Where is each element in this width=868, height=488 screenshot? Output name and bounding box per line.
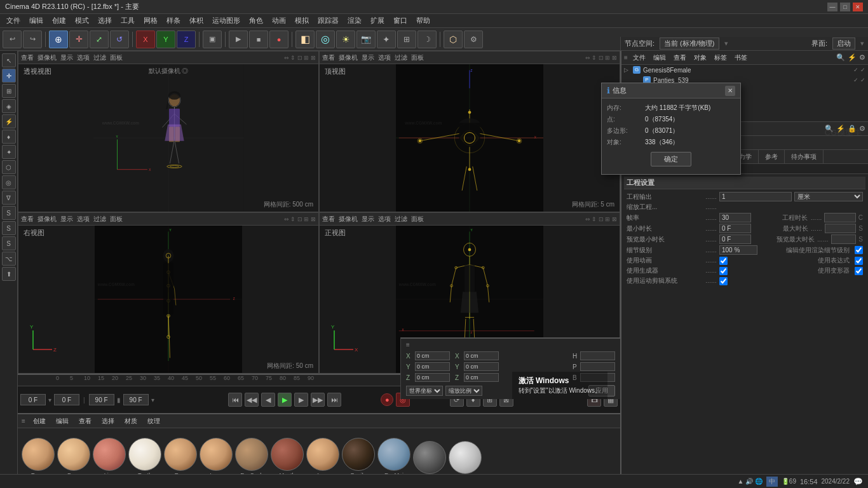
rot-y2-input[interactable] [464, 362, 499, 371]
vp-filter-2[interactable]: 过滤 [395, 53, 407, 62]
y-axis-button[interactable]: Y [156, 30, 175, 48]
viewport-top[interactable]: 查看 摄像机 显示 选项 过滤 面板 ⇔ ⇕ ⊡ ⊞ ⊠ [319, 51, 620, 212]
info-close-button[interactable]: ✕ [725, 86, 735, 96]
material-lips[interactable]: Lips [93, 438, 126, 478]
menu-mograph[interactable]: 运动图形 [208, 15, 244, 27]
scale-tool[interactable]: ⤢ [90, 30, 109, 48]
vp-view-1[interactable]: 查看 [21, 53, 34, 62]
menu-edit[interactable]: 编辑 [25, 15, 47, 27]
mat-view[interactable]: 查看 [76, 417, 94, 426]
record-button[interactable]: ● [269, 30, 288, 48]
attr-anim-check[interactable] [719, 257, 728, 265]
maximize-button[interactable]: □ [840, 3, 850, 11]
viewport-perspective[interactable]: 查看 摄像机 显示 选项 过滤 面板 ⇔ ⇕ ⊡ ⊞ ⊠ [18, 51, 319, 212]
vp-display-2[interactable]: 显示 [362, 53, 374, 62]
undo-button[interactable]: ↩ [3, 30, 22, 48]
obj-filter-icon[interactable]: ⚡ [848, 53, 857, 62]
window-controls[interactable]: — □ ✕ [827, 3, 863, 11]
next-frame-step[interactable]: ▶ [294, 393, 308, 407]
vp-view-3[interactable]: 查看 [21, 215, 34, 224]
left-tool-7[interactable]: ✦ [2, 145, 16, 159]
vp-camera-1[interactable]: 摄像机 [37, 53, 57, 62]
attr-lod-check[interactable] [855, 246, 863, 254]
stop-button[interactable]: ■ [249, 30, 268, 48]
left-tool-3[interactable]: ⊞ [2, 84, 16, 98]
menu-help[interactable]: 帮助 [412, 15, 434, 27]
vp-options-3[interactable]: 选项 [77, 215, 90, 224]
record-button-tl[interactable]: ● [381, 393, 393, 406]
obj-object[interactable]: 对象 [691, 53, 709, 62]
vp-panel-2[interactable]: 面板 [411, 53, 424, 62]
mat-select[interactable]: 选择 [99, 417, 117, 426]
attr-lod-value[interactable] [719, 245, 757, 255]
attr-search-icon[interactable]: 🔍 [825, 125, 834, 133]
attr-lock-icon[interactable]: 🔒 [848, 125, 857, 133]
material-extra-2[interactable] [449, 441, 482, 475]
obj-settings-icon[interactable]: ⚙ [859, 53, 865, 62]
attr-expr-check[interactable] [855, 257, 863, 265]
material-torso[interactable]: Torso [22, 438, 55, 478]
menu-animate[interactable]: 动画 [268, 15, 290, 27]
attr-gen-check[interactable] [719, 267, 728, 275]
interface-value[interactable]: 启动 [832, 37, 855, 50]
material-arms[interactable]: Arms [306, 438, 339, 478]
attr-previewmax-value[interactable] [831, 234, 857, 244]
notifications-icon[interactable]: 💬 [853, 477, 863, 486]
viewport-right[interactable]: 查看 摄像机 显示 选项 过滤 面板 ⇔ ⇕ ⊡ ⊞ ⊠ [18, 212, 319, 374]
left-tool-12[interactable]: S [2, 221, 16, 235]
material-legs[interactable]: Legs [200, 438, 233, 478]
left-tool-11[interactable]: S [2, 206, 16, 220]
attr-maxtime-value[interactable] [825, 224, 857, 233]
left-tool-13[interactable]: S [2, 236, 16, 250]
menu-simulate[interactable]: 模拟 [291, 15, 313, 27]
menu-render[interactable]: 渲染 [344, 15, 365, 27]
mat-create[interactable]: 创建 [31, 417, 48, 426]
vp-options-4[interactable]: 选项 [378, 215, 391, 224]
menu-spline[interactable]: 样条 [163, 15, 184, 27]
obj-item-genesis[interactable]: ▷ G Genesis8Female ✓ ✓ [621, 65, 868, 75]
z-axis-button[interactable]: Z [177, 30, 196, 48]
attr-deform-check[interactable] [855, 267, 863, 275]
frame-input-2[interactable] [54, 394, 79, 405]
tab-todo[interactable]: 待办事项 [785, 150, 824, 163]
size-h-input[interactable] [580, 351, 615, 360]
mat-edit[interactable]: 编辑 [53, 417, 71, 426]
obj-tag[interactable]: 标签 [712, 53, 729, 62]
null-button[interactable]: ✦ [377, 30, 396, 48]
menu-window[interactable]: 窗口 [390, 15, 411, 27]
expand-icon[interactable]: ▷ [624, 67, 630, 73]
frame-end-input[interactable] [89, 394, 114, 405]
obj-search-icon[interactable]: 🔍 [836, 53, 845, 62]
material-face[interactable]: Face [57, 438, 90, 478]
obj-view[interactable]: 查看 [671, 53, 689, 62]
obj-file[interactable]: 文件 [630, 53, 648, 62]
material-eyesock[interactable]: EyeSock [235, 438, 268, 478]
left-tool-9[interactable]: ◎ [2, 175, 16, 189]
menu-tracker[interactable]: 跟踪器 [314, 15, 342, 27]
menu-character[interactable]: 角色 [245, 15, 267, 27]
attr-mintime-value[interactable] [719, 224, 751, 233]
material-teeth[interactable]: Teeth [128, 438, 161, 478]
left-tool-14[interactable]: ⌥ [2, 252, 16, 266]
left-tool-2[interactable]: ✛ [2, 69, 16, 83]
vp-camera-4[interactable]: 摄像机 [339, 215, 358, 224]
material-mouth[interactable]: Mouth [271, 438, 304, 478]
sphere-button[interactable]: ◎ [316, 30, 335, 48]
pos-x2-input[interactable] [464, 351, 499, 360]
vp-filter-1[interactable]: 过滤 [93, 53, 106, 62]
render-region[interactable]: ▣ [203, 30, 222, 48]
left-tool-6[interactable]: ♦ [2, 130, 16, 144]
x-axis-button[interactable]: X [136, 30, 155, 48]
vp-options-2[interactable]: 选项 [378, 53, 391, 62]
play-forward-button[interactable]: ▶ [278, 393, 292, 407]
material-pupils[interactable]: Pupils [342, 438, 375, 478]
nodespace-value[interactable]: 当前 (标准/物理) [660, 37, 719, 50]
info-ok-button[interactable]: 确定 [651, 152, 691, 166]
light-button[interactable]: ☀ [336, 30, 355, 48]
menu-create[interactable]: 创建 [48, 15, 70, 27]
menu-mesh[interactable]: 网格 [140, 15, 161, 27]
left-tool-1[interactable]: ↖ [2, 53, 16, 67]
attr-output-unit[interactable]: 厘米 [794, 192, 863, 201]
vp-panel-3[interactable]: 面板 [110, 215, 123, 224]
attr-filter-icon[interactable]: ⚡ [836, 125, 845, 133]
